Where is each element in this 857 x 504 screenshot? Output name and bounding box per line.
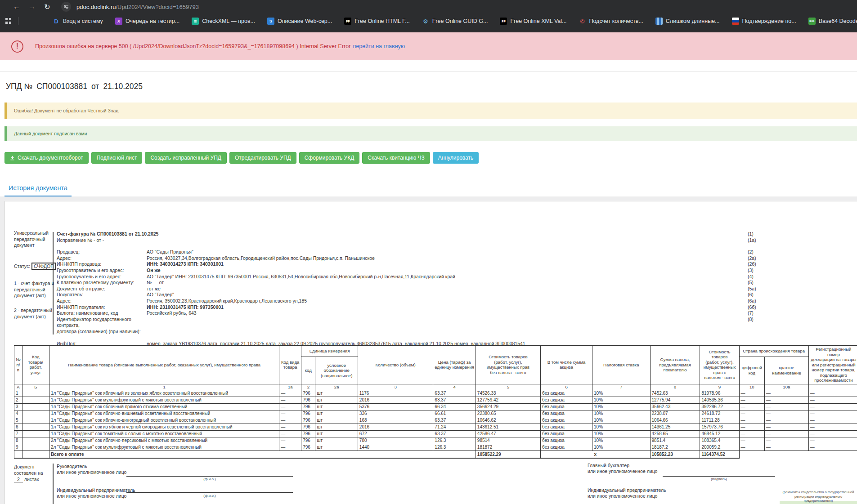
doc-function-2: 2 - передаточный документ (акт): [14, 308, 57, 320]
bookmark-item[interactable]: D Вход в систему: [53, 18, 103, 25]
invoice-field-row: Покупатель: АО "Тандер" (6): [57, 292, 767, 298]
row-excise: без акциза: [541, 424, 592, 430]
col-reg: Регистрационный номер декларации на това…: [808, 346, 857, 384]
row-excise: без акциза: [541, 397, 592, 403]
col-name: Наименование товара (описание выполненны…: [49, 346, 279, 384]
invoice-field-row: Грузоотправитель и его адрес: Он же (3): [57, 268, 767, 274]
field-ref: (3): [748, 268, 767, 274]
invoice-fields: Счет-фактура № СП000103881 от 21.10.2025…: [57, 231, 767, 347]
header-bracket-line: [53, 232, 54, 335]
row-tax: 7452.63: [650, 390, 700, 397]
ip-left-line: [126, 492, 293, 493]
row-name: 1л "Сады Придонья" сок яблочный прямого …: [49, 403, 279, 410]
row-name: 1л "Сады Придонья" сок мультифруктовый с…: [49, 397, 279, 403]
field-ref: (7): [748, 310, 767, 317]
bookmark-item[interactable]: ≡ CheckXML — пров...: [192, 18, 255, 25]
field-ref: (5): [748, 280, 767, 286]
row-total: 200059.2: [700, 444, 739, 450]
bookmarks-list: D Вход в систему X Очередь на тестир... …: [53, 18, 857, 25]
create-corrected-upd-button[interactable]: Создать исправленный УПД: [145, 152, 227, 164]
row-amount: 10646.62: [476, 417, 540, 424]
field-label: Покупатель:: [57, 292, 147, 298]
row-excise: без акциза: [541, 410, 592, 417]
row-price: 63.37: [433, 417, 476, 424]
row-unit-name: шт: [315, 390, 358, 397]
row-total: 157973.76: [700, 424, 739, 430]
total-grand: 1164374.52: [700, 450, 739, 458]
reload-icon[interactable]: ↻: [40, 3, 55, 11]
status-label: Статус:: [14, 263, 30, 269]
download-chz-receipt-button[interactable]: Скачать квитанцию ЧЗ: [362, 152, 430, 164]
bookmark-favicon: ≡: [192, 18, 199, 25]
bookmark-label: Слишком длинные...: [666, 18, 720, 24]
forward-icon[interactable]: →: [24, 3, 40, 11]
bookmark-item[interactable]: FF Free Online HTML F...: [344, 18, 410, 25]
bookmark-label: Вход в систему: [63, 18, 103, 24]
edit-upd-button[interactable]: Отредактировать УПД: [229, 152, 296, 164]
total-amount: 1058522.29: [476, 450, 540, 458]
annul-button[interactable]: Аннулировать: [433, 152, 479, 164]
col-price: Цена (тариф) за единицу измерения: [433, 346, 476, 384]
row-total: 140535.36: [700, 397, 739, 403]
bookmark-item[interactable]: Подтверждение по...: [732, 18, 796, 25]
download-docflow-button[interactable]: Скачать документооборот: [4, 152, 89, 164]
row-tax: 9851.4: [650, 437, 700, 444]
row-total: 108365.4: [700, 437, 739, 444]
bookmark-label: CheckXML — пров...: [202, 18, 255, 24]
bookmark-label: Подтверждение по...: [742, 18, 796, 24]
bookmark-item[interactable]: Слишком длинные...: [655, 18, 720, 25]
row-name: 1л "Сады Придонья" сок яблочно-вишневый …: [49, 410, 279, 417]
bookmark-favicon: D: [53, 18, 60, 25]
row-rate: 10%: [592, 410, 650, 417]
goods-row: 8 2л "Сады Придонья" сок яблочно-персико…: [14, 437, 857, 444]
bookmark-item[interactable]: B64 Base64 Decode and...: [808, 18, 857, 25]
row-reg: —: [808, 403, 857, 410]
server-error-banner: ! Произошла ошибка на сервере 500 ( /Upd…: [0, 32, 857, 60]
doc-function-1: 1 - счет-фактура и передаточный документ…: [14, 281, 57, 299]
invoice-field-row: Адрес: Россия, 403027,34,Волгоградская о…: [57, 255, 767, 262]
row-num: 1: [14, 390, 22, 397]
doc-date-prep: от: [91, 82, 99, 91]
bookmark-item[interactable]: ⚙ Free Online GUID G...: [422, 18, 488, 25]
row-unit-name: шт: [315, 403, 358, 410]
bookmark-item[interactable]: FF Free Online XML Val...: [500, 18, 566, 25]
goods-row: 2 1л "Сады Придонья" сок мультифруктовый…: [14, 397, 857, 403]
bookmark-item[interactable]: © Подсчет количеств...: [579, 18, 643, 25]
site-info-icon[interactable]: [61, 2, 71, 12]
row-tax: 4258.65: [650, 430, 700, 437]
back-icon[interactable]: ←: [9, 3, 24, 11]
row-excise: без акциза: [541, 403, 592, 410]
row-reg: —: [808, 417, 857, 424]
head-signature-sub: (ф.и.о.): [126, 477, 293, 481]
field-ref: (2а): [748, 255, 767, 262]
goods-row: 5 1л "Сады Придонья" сок яблочно-виногра…: [14, 417, 857, 424]
create-ukd-button[interactable]: Сформировать УКД: [299, 152, 360, 164]
bookmark-item[interactable]: S Описание Web-сер...: [267, 18, 332, 25]
address-bar[interactable]: pdoc.doclink.ru/Upd2024/View?docid=16597…: [76, 4, 199, 10]
row-reg: —: [808, 410, 857, 417]
field-value: [147, 317, 748, 335]
row-country-name: —: [765, 403, 809, 410]
bookmark-item[interactable]: X Очередь на тестир...: [115, 18, 179, 25]
tab-document-history[interactable]: История документа: [4, 182, 72, 197]
field-ref: (6а): [748, 298, 767, 304]
total-tax: 105852.23: [650, 450, 700, 458]
row-reg: —: [808, 444, 857, 450]
go-to-main-link[interactable]: перейти на главную: [353, 43, 405, 49]
field-value: [147, 237, 748, 244]
row-reg: —: [808, 390, 857, 397]
browser-titlebar: ← → ↻ pdoc.doclink.ru/Upd2024/View?docid…: [0, 0, 857, 13]
apps-grid-icon[interactable]: [5, 18, 11, 24]
row-excise: без акциза: [541, 430, 592, 437]
col-unit-code: код: [301, 357, 315, 384]
column-codes-row: А Б 1 1а 2 2а 3 4 5 6 7 8 9 10 10а: [14, 384, 857, 390]
row-qty: 1440: [358, 444, 433, 450]
ip-left-sub: (ф.и.о.): [126, 494, 293, 498]
row-total: 392286.72: [700, 403, 739, 410]
row-reg: —: [808, 430, 857, 437]
field-value: АО "Тандер" ИНН: 2310031475 КПП: 9973500…: [147, 274, 748, 280]
signature-sheet-button[interactable]: Подписной лист: [91, 152, 143, 164]
row-num: 6: [14, 424, 22, 430]
bookmark-favicon: B64: [808, 18, 816, 25]
row-name: 1л "Сады Придонья" сок томатный с солью …: [49, 430, 279, 437]
